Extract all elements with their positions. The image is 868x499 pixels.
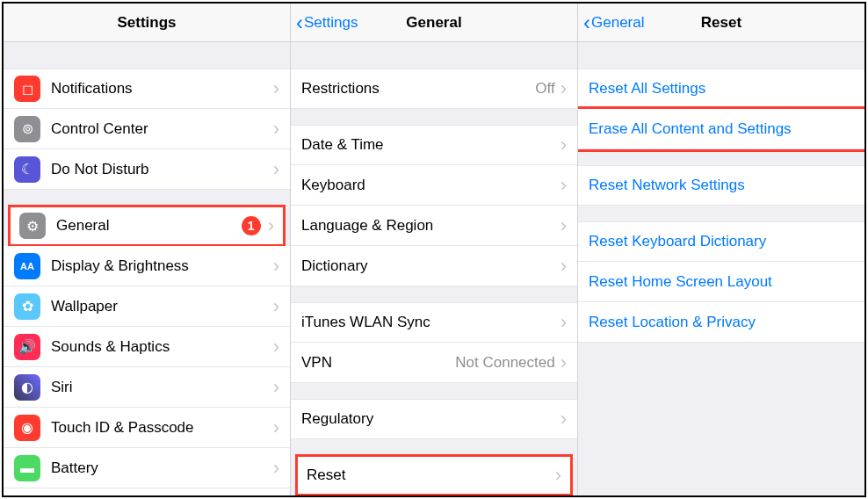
chevron-right-icon: › — [561, 313, 567, 332]
chevron-right-icon: › — [561, 135, 567, 155]
gear-icon: ⚙ — [19, 213, 46, 239]
settings-group-1: ◻ Notifications › ⊚ Control Center › ☾ D… — [4, 69, 290, 190]
back-to-general-button[interactable]: ‹ General — [583, 12, 644, 33]
reset-group-2: Reset Network Settings — [578, 165, 864, 206]
chevron-right-icon: › — [273, 119, 279, 139]
row-reset-home[interactable]: Reset Home Screen Layout — [578, 262, 864, 302]
general-panel: ‹ Settings General Restrictions Off › Da… — [291, 4, 578, 495]
label-notifications: Notifications — [51, 80, 273, 98]
display-icon: AA — [14, 253, 40, 279]
row-itunes-sync[interactable]: iTunes WLAN Sync › — [291, 302, 577, 343]
chevron-right-icon: › — [555, 466, 561, 485]
label-display: Display & Brightness — [51, 257, 273, 275]
label-wallpaper: Wallpaper — [51, 298, 273, 315]
chevron-right-icon: › — [273, 297, 279, 316]
label-lang: Language & Region — [301, 217, 561, 235]
row-control-center[interactable]: ⊚ Control Center › — [4, 109, 290, 149]
row-sounds-haptics[interactable]: 🔊 Sounds & Haptics › — [4, 327, 290, 367]
row-display-brightness[interactable]: AA Display & Brightness › — [4, 246, 290, 286]
general-group-1: Restrictions Off › — [291, 69, 577, 109]
row-keyboard[interactable]: Keyboard › — [291, 165, 577, 206]
label-regulatory: Regulatory — [301, 410, 561, 428]
value-restrictions: Off — [535, 80, 554, 98]
row-privacy[interactable]: ✋ Privacy › — [4, 488, 290, 495]
reset-title: Reset — [701, 14, 741, 32]
general-group-5: Reset › — [291, 455, 577, 495]
row-vpn[interactable]: VPN Not Connected › — [291, 343, 577, 383]
chevron-right-icon: › — [273, 459, 279, 478]
label-reset-network: Reset Network Settings — [589, 177, 854, 194]
value-vpn: Not Connected — [455, 354, 554, 372]
row-regulatory[interactable]: Regulatory › — [291, 399, 577, 439]
label-control-center: Control Center — [51, 120, 273, 138]
chevron-right-icon: › — [273, 257, 279, 276]
row-general[interactable]: ⚙ General 1 › — [9, 206, 285, 246]
control-center-icon: ⊚ — [14, 116, 40, 142]
general-group-2: Date & Time › Keyboard › Language & Regi… — [291, 125, 577, 286]
row-wallpaper[interactable]: ✿ Wallpaper › — [4, 286, 290, 327]
row-reset-all-settings[interactable]: Reset All Settings — [578, 69, 864, 109]
row-reset-keyboard[interactable]: Reset Keyboard Dictionary — [578, 221, 864, 262]
notifications-icon: ◻ — [14, 76, 40, 102]
label-restrictions: Restrictions — [301, 80, 535, 98]
back-label: General — [591, 14, 644, 32]
label-sounds: Sounds & Haptics — [51, 338, 273, 356]
settings-title: Settings — [117, 14, 176, 32]
chevron-right-icon: › — [273, 337, 279, 357]
label-itunes: iTunes WLAN Sync — [301, 314, 561, 331]
label-dict: Dictionary — [301, 257, 561, 275]
row-notifications[interactable]: ◻ Notifications › — [4, 69, 290, 109]
reset-panel: ‹ General Reset Reset All Settings Erase… — [578, 4, 864, 495]
back-to-settings-button[interactable]: ‹ Settings — [296, 12, 358, 33]
chevron-right-icon: › — [561, 216, 567, 235]
label-general: General — [56, 217, 242, 235]
label-touchid: Touch ID & Passcode — [51, 419, 273, 437]
row-siri[interactable]: ◐ Siri › — [4, 367, 290, 408]
moon-icon: ☾ — [14, 156, 40, 183]
row-reset[interactable]: Reset › — [296, 455, 572, 495]
label-dnd: Do Not Disturb — [51, 161, 273, 178]
general-group-4: Regulatory › — [291, 399, 577, 439]
label-siri: Siri — [51, 379, 273, 396]
label-reset-home: Reset Home Screen Layout — [589, 273, 854, 291]
row-restrictions[interactable]: Restrictions Off › — [291, 69, 577, 109]
siri-icon: ◐ — [14, 374, 40, 401]
label-reset-all: Reset All Settings — [589, 80, 854, 98]
chevron-right-icon: › — [273, 160, 279, 179]
reset-navbar: ‹ General Reset — [578, 4, 864, 42]
general-title: General — [406, 14, 461, 32]
general-navbar: ‹ Settings General — [291, 4, 577, 42]
row-do-not-disturb[interactable]: ☾ Do Not Disturb › — [4, 149, 290, 190]
label-reset: Reset — [307, 466, 555, 484]
label-date-time: Date & Time — [301, 136, 561, 154]
label-reset-kb: Reset Keyboard Dictionary — [589, 233, 854, 250]
general-group-3: iTunes WLAN Sync › VPN Not Connected › — [291, 302, 577, 383]
privacy-icon: ✋ — [14, 495, 40, 496]
reset-group-3: Reset Keyboard Dictionary Reset Home Scr… — [578, 221, 864, 343]
chevron-right-icon: › — [268, 216, 274, 235]
sounds-icon: 🔊 — [14, 334, 40, 360]
chevron-right-icon: › — [273, 79, 279, 98]
row-battery[interactable]: ▬ Battery › — [4, 448, 290, 488]
chevron-right-icon: › — [561, 79, 567, 98]
label-erase-all: Erase All Content and Settings — [589, 120, 854, 138]
notification-badge: 1 — [242, 216, 261, 235]
chevron-right-icon: › — [273, 378, 279, 397]
row-date-time[interactable]: Date & Time › — [291, 125, 577, 165]
wallpaper-icon: ✿ — [14, 293, 40, 320]
label-reset-loc: Reset Location & Privacy — [589, 314, 854, 331]
label-keyboard: Keyboard — [301, 177, 561, 194]
chevron-right-icon: › — [561, 176, 567, 195]
label-vpn: VPN — [301, 354, 455, 372]
row-reset-location[interactable]: Reset Location & Privacy — [578, 302, 864, 343]
touchid-icon: ◉ — [14, 415, 40, 441]
row-reset-network[interactable]: Reset Network Settings — [578, 165, 864, 206]
label-battery: Battery — [51, 459, 273, 477]
row-erase-all[interactable]: Erase All Content and Settings — [578, 109, 864, 149]
row-dictionary[interactable]: Dictionary › — [291, 246, 577, 286]
row-language-region[interactable]: Language & Region › — [291, 206, 577, 246]
settings-navbar: Settings — [4, 4, 290, 42]
row-touchid[interactable]: ◉ Touch ID & Passcode › — [4, 408, 290, 448]
reset-group-1: Reset All Settings Erase All Content and… — [578, 69, 864, 149]
chevron-left-icon: ‹ — [296, 12, 303, 33]
